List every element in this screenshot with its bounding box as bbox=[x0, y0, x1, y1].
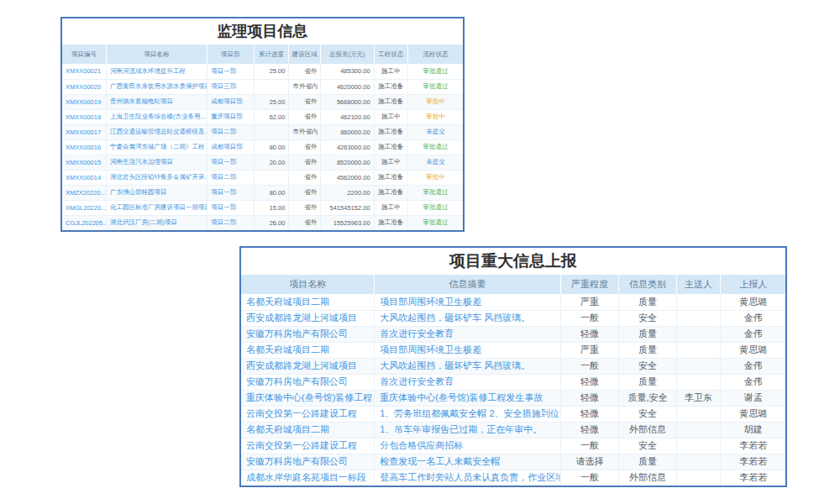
cell-project_name[interactable]: 贵州抽水蓄能电站项目 bbox=[106, 94, 207, 109]
column-header-project_no: 项目编号 bbox=[62, 45, 106, 64]
cell-project_no[interactable]: XMZX20220... bbox=[62, 185, 106, 200]
table-row: XMXX00016宁夏会展湾东城广场（二期）工程成都项目部80.00省外4263… bbox=[62, 139, 463, 155]
cell-project_name[interactable]: 河南生活污水治理项目 bbox=[106, 155, 207, 170]
cell-progress: 80.00 bbox=[254, 185, 289, 200]
cell-investment: 541545152.00 bbox=[321, 200, 374, 215]
cell-reporter: 黄思璐 bbox=[721, 406, 785, 422]
cell-project_dept[interactable]: 重庆项目部 bbox=[207, 109, 254, 124]
cell-summary[interactable]: 项目部周围环境卫生极差 bbox=[375, 342, 561, 358]
cell-summary[interactable]: 大风吹起围挡，砸坏铲车 风挡玻璃。 bbox=[375, 358, 561, 374]
cell-project_no[interactable]: XMXX00017 bbox=[62, 124, 106, 139]
cell-flow_status: 审批通过 bbox=[408, 79, 463, 94]
cell-project_no[interactable]: XMGL20220... bbox=[62, 200, 106, 215]
column-header-project_name: 项目名称 bbox=[241, 275, 375, 294]
cell-project_dept[interactable]: 成都项目部 bbox=[207, 94, 254, 109]
cell-project_name[interactable]: 西安成都路龙湖上河城项目 bbox=[241, 310, 375, 326]
column-header-summary: 信息摘要 bbox=[375, 275, 561, 294]
cell-recipient bbox=[676, 342, 720, 358]
cell-project_name[interactable]: 安徽万科房地产有限公司 bbox=[241, 374, 375, 390]
cell-project_no[interactable]: XMXX00019 bbox=[62, 94, 106, 109]
cell-project_dept[interactable]: 项目一部 bbox=[207, 200, 254, 215]
cell-summary[interactable]: 大风吹起围挡，砸坏铲车 风挡玻璃。 bbox=[375, 310, 561, 326]
cell-project_name[interactable]: 上海卫生院业务综合楼(含业务用... bbox=[106, 109, 207, 124]
cell-project_no[interactable]: XMXX00020 bbox=[62, 79, 106, 94]
cell-project_name[interactable]: 名都天府城项目二期 bbox=[241, 422, 375, 438]
cell-project_no[interactable]: XMXX00021 bbox=[62, 64, 106, 79]
page: 监理项目信息 项目编号项目名称项目部累计进度建设区域总投资(万元)工程状态流程状… bbox=[0, 0, 840, 504]
cell-region: 省外 bbox=[289, 215, 321, 230]
cell-project_no[interactable]: CGJL202205... bbox=[62, 215, 106, 230]
cell-summary[interactable]: 首次进行安全教育 bbox=[375, 326, 561, 342]
cell-project_name[interactable]: 成都水岸华庭名苑项目一标段 bbox=[241, 470, 375, 486]
table-row: XMZX20220...广东佛山碧桂园项目项目一部80.00省外2200.00施… bbox=[62, 185, 463, 200]
table-row: 安徽万科房地产有限公司首次进行安全教育轻微质量金伟 bbox=[241, 374, 785, 390]
cell-progress: 26.00 bbox=[254, 215, 289, 230]
column-header-flow_status: 流程状态 bbox=[408, 45, 463, 64]
cell-project_name[interactable]: 广西黄田水库饮用水源水质保护项目 bbox=[106, 79, 207, 94]
cell-summary[interactable]: 重庆体验中心(叁号馆)装修工程发生事故 bbox=[375, 390, 561, 406]
cell-project_name[interactable]: 重庆体验中心(叁号馆)装修工程 bbox=[241, 390, 375, 406]
cell-reporter: 李若若 bbox=[721, 438, 785, 454]
cell-recipient bbox=[676, 454, 720, 470]
cell-project_name[interactable]: 西安成都路龙湖上河城项目 bbox=[241, 358, 375, 374]
report-table-head: 项目名称信息摘要严重程度信息类别主送人上报人 bbox=[241, 275, 785, 294]
column-header-recipient: 主送人 bbox=[676, 275, 720, 294]
cell-project_name[interactable]: 安徽万科房地产有限公司 bbox=[241, 454, 375, 470]
cell-project_no[interactable]: XMXX00015 bbox=[62, 155, 106, 170]
cell-region: 省外 bbox=[289, 109, 321, 124]
cell-project_name[interactable]: 安徽万科房地产有限公司 bbox=[241, 326, 375, 342]
table-row: 名都天府城项目二期项目部周围环境卫生极差严重质量黄思璐 bbox=[241, 294, 785, 310]
table-row: 安徽万科房地产有限公司首次进行安全教育轻微质量金伟 bbox=[241, 326, 785, 342]
cell-project_name[interactable]: 云南交投第一公路建设工程 bbox=[241, 438, 375, 454]
cell-project_name[interactable]: 湖北武汉厂房(二期)项目 bbox=[106, 215, 207, 230]
cell-flow_status: 未提交 bbox=[408, 124, 463, 139]
cell-summary[interactable]: 1、劳务班组都佩戴安全帽 2、安全措施到位 bbox=[375, 406, 561, 422]
cell-reporter: 金伟 bbox=[721, 326, 785, 342]
cell-project_no[interactable]: XMXX00016 bbox=[62, 139, 106, 155]
cell-project_no[interactable]: XMXX00014 bbox=[62, 170, 106, 185]
cell-reporter: 黄思璐 bbox=[721, 342, 785, 358]
cell-region: 省外 bbox=[289, 170, 321, 185]
cell-severity: 严重 bbox=[560, 294, 618, 310]
column-header-project_dept: 项目部 bbox=[207, 45, 254, 64]
cell-recipient bbox=[676, 294, 720, 310]
cell-project_name[interactable]: 江西交通运输管理总站交通枢纽及... bbox=[106, 124, 207, 139]
cell-project_dept[interactable]: 项目二部 bbox=[207, 215, 254, 230]
cell-eng_status: 施工中 bbox=[374, 200, 408, 215]
cell-summary[interactable]: 分包合格供应商招标 bbox=[375, 438, 561, 454]
cell-summary[interactable]: 项目部周围环境卫生极差 bbox=[375, 294, 561, 310]
cell-progress: 80.00 bbox=[254, 139, 289, 155]
table-row: 云南交投第一公路建设工程1、劳务班组都佩戴安全帽 2、安全措施到位轻微安全黄思璐 bbox=[241, 406, 785, 422]
cell-project_dept[interactable]: 项目三部 bbox=[207, 79, 254, 94]
cell-investment: 2200.00 bbox=[321, 185, 374, 200]
cell-project_dept[interactable]: 项目一部 bbox=[207, 155, 254, 170]
cell-project_dept[interactable]: 成都项目部 bbox=[207, 139, 254, 155]
cell-project_name[interactable]: 云南交投第一公路建设工程 bbox=[241, 406, 375, 422]
cell-project_no[interactable]: XMXX00018 bbox=[62, 109, 106, 124]
cell-eng_status: 施工准备 bbox=[374, 124, 408, 139]
cell-recipient bbox=[676, 438, 720, 454]
table-row: XMXX00019贵州抽水蓄能电站项目成都项目部25.00省外5668000.0… bbox=[62, 94, 463, 109]
cell-project_name[interactable]: 湖北岩头区段铅锌银多金属矿开采... bbox=[106, 170, 207, 185]
cell-project_name[interactable]: 名都天府城项目二期 bbox=[241, 294, 375, 310]
cell-project_name[interactable]: 广东佛山碧桂园项目 bbox=[106, 185, 207, 200]
cell-project_name[interactable]: 河南河流域水环境提升工程 bbox=[106, 64, 207, 79]
cell-project_dept[interactable]: 项目二部 bbox=[207, 170, 254, 185]
cell-summary[interactable]: 登高车工作时旁站人员未认真负责，作业区域缺乏警示标志 bbox=[375, 470, 561, 486]
cell-summary[interactable]: 首次进行安全教育 bbox=[375, 374, 561, 390]
cell-eng_status: 施工准备 bbox=[374, 215, 408, 230]
cell-summary[interactable]: 1、吊车年审报告已过期，正在年审中。 bbox=[375, 422, 561, 438]
cell-eng_status: 施工准备 bbox=[374, 79, 408, 94]
cell-project_dept[interactable]: 项目二部 bbox=[207, 124, 254, 139]
table-row: 名都天府城项目二期1、吊车年审报告已过期，正在年审中。轻微外部信息胡建 bbox=[241, 422, 785, 438]
cell-project_dept[interactable]: 项目一部 bbox=[207, 64, 254, 79]
cell-project_name[interactable]: 名都天府城项目二期 bbox=[241, 342, 375, 358]
cell-severity: 轻微 bbox=[560, 390, 618, 406]
column-header-investment: 总投资(万元) bbox=[321, 45, 374, 64]
cell-project_dept[interactable]: 项目一部 bbox=[207, 185, 254, 200]
cell-eng_status: 施工准备 bbox=[374, 170, 408, 185]
cell-summary[interactable]: 检查发现一名工人未戴安全帽 bbox=[375, 454, 561, 470]
cell-project_name[interactable]: 化工园区标准厂房建设项目一期项目 bbox=[106, 200, 207, 215]
cell-project_name[interactable]: 宁夏会展湾东城广场（二期）工程 bbox=[106, 139, 207, 155]
cell-progress bbox=[254, 124, 289, 139]
